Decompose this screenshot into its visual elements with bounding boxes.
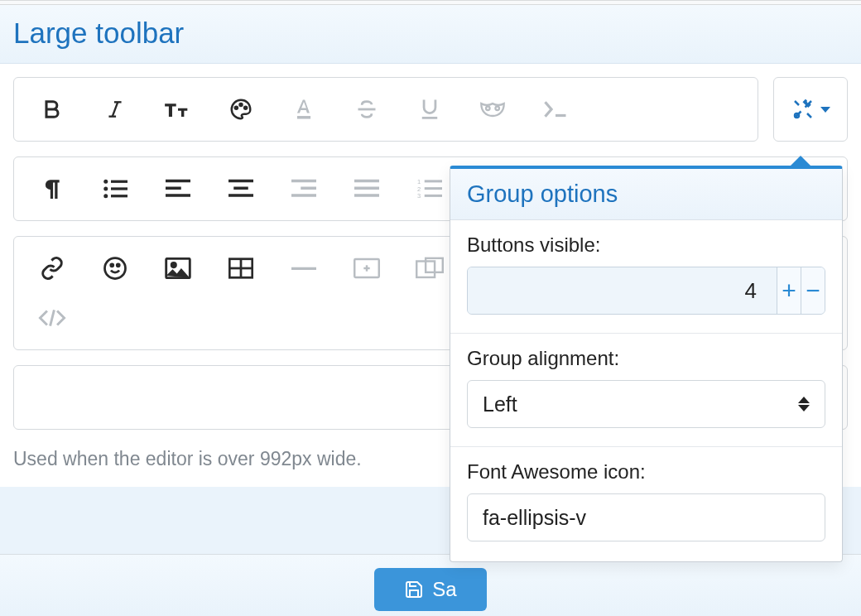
buttons-visible-input[interactable] (468, 267, 777, 314)
font-color-icon[interactable] (279, 84, 329, 134)
fa-icon-input[interactable] (467, 493, 825, 541)
popover-title: Group options (450, 169, 842, 220)
image-overlay-icon[interactable] (405, 243, 455, 293)
align-left-icon[interactable] (153, 164, 203, 214)
align-center-icon[interactable] (216, 164, 266, 214)
underline-icon[interactable] (405, 84, 455, 134)
mask-icon[interactable] (468, 84, 517, 134)
group-alignment-select[interactable]: Left (467, 380, 825, 428)
svg-rect-22 (228, 180, 253, 183)
svg-rect-35 (425, 187, 442, 190)
svg-rect-26 (301, 187, 316, 190)
align-right-icon[interactable] (279, 164, 329, 214)
svg-point-3 (235, 107, 238, 109)
svg-rect-21 (166, 194, 190, 197)
svg-rect-23 (233, 187, 248, 190)
fa-icon-section: Font Awesome icon: (450, 447, 842, 561)
svg-rect-19 (166, 180, 190, 183)
svg-rect-34 (425, 180, 442, 182)
section-header: Large toolbar (0, 5, 861, 64)
chevron-down-icon (820, 107, 830, 113)
stepper-minus-button[interactable]: − (801, 267, 825, 314)
group-settings-container (773, 77, 848, 142)
svg-text:2: 2 (417, 185, 421, 193)
tools-icon (791, 97, 815, 122)
group-alignment-value: Left (483, 392, 517, 416)
popover-arrow (789, 156, 812, 167)
save-button[interactable]: Sa (374, 568, 486, 611)
svg-point-10 (495, 107, 499, 111)
svg-text:3: 3 (417, 192, 421, 200)
svg-text:1: 1 (417, 178, 421, 185)
bold-icon[interactable] (27, 84, 77, 134)
terminal-icon[interactable] (531, 84, 580, 134)
list-ol-icon[interactable]: 123 (405, 164, 455, 214)
svg-rect-20 (166, 187, 181, 190)
video-icon[interactable] (342, 243, 392, 293)
svg-point-37 (105, 258, 126, 279)
svg-point-41 (171, 263, 176, 267)
footer-bar: Sa (0, 554, 861, 616)
buttons-visible-section: Buttons visible: + − (450, 220, 842, 334)
image-icon[interactable] (153, 243, 203, 293)
list-ul-icon[interactable] (90, 164, 140, 214)
svg-rect-24 (228, 194, 253, 197)
code-icon[interactable] (27, 293, 77, 343)
paragraph-icon[interactable] (27, 164, 77, 214)
svg-point-4 (240, 103, 243, 106)
svg-point-9 (486, 107, 490, 111)
svg-rect-36 (425, 195, 442, 197)
toolbar-group-text (13, 77, 758, 142)
svg-point-39 (117, 264, 119, 267)
toolbar-row-1 (13, 77, 848, 142)
hr-icon[interactable] (279, 243, 329, 293)
svg-rect-25 (291, 180, 316, 183)
svg-rect-30 (354, 194, 379, 197)
svg-line-51 (51, 310, 55, 325)
fa-icon-label: Font Awesome icon: (467, 460, 825, 484)
group-alignment-section: Group alignment: Left (450, 334, 842, 447)
svg-rect-16 (111, 180, 127, 183)
group-options-popover: Group options Buttons visible: + − Group… (450, 166, 843, 562)
svg-point-15 (103, 194, 108, 198)
svg-point-13 (103, 180, 108, 184)
group-settings-button[interactable] (791, 97, 830, 122)
svg-rect-6 (297, 116, 310, 118)
select-caret-icon (798, 397, 810, 411)
buttons-visible-stepper: + − (467, 267, 825, 315)
table-icon[interactable] (216, 243, 266, 293)
stepper-plus-button[interactable]: + (777, 267, 801, 314)
palette-icon[interactable] (216, 84, 266, 134)
link-icon[interactable] (27, 243, 77, 293)
svg-rect-45 (291, 267, 316, 270)
svg-point-38 (111, 264, 113, 267)
buttons-visible-label: Buttons visible: (467, 233, 825, 257)
svg-rect-29 (354, 187, 379, 190)
svg-point-14 (103, 187, 108, 191)
page-title: Large toolbar (13, 17, 848, 50)
svg-rect-27 (291, 194, 316, 197)
svg-rect-28 (354, 180, 379, 183)
svg-rect-18 (111, 195, 127, 197)
smile-icon[interactable] (90, 243, 140, 293)
save-label: Sa (432, 578, 456, 601)
strikethrough-icon[interactable] (342, 84, 392, 134)
group-alignment-label: Group alignment: (467, 347, 825, 370)
italic-icon[interactable] (90, 84, 140, 134)
text-size-icon[interactable] (153, 84, 203, 134)
svg-rect-17 (111, 187, 127, 190)
svg-line-2 (113, 102, 118, 116)
svg-point-5 (244, 107, 247, 109)
align-justify-icon[interactable] (342, 164, 392, 214)
save-icon (404, 580, 424, 599)
